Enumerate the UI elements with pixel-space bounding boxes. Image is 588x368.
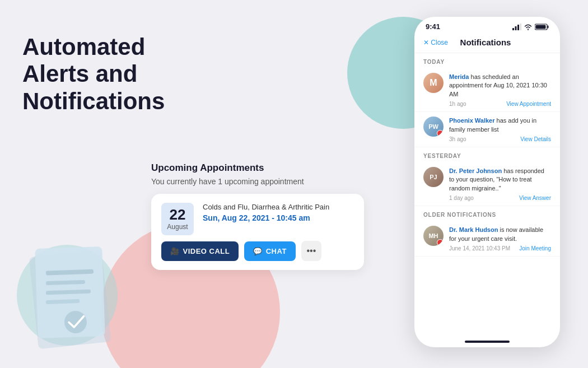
avatar-peter: PJ	[423, 167, 444, 187]
notification-item: MH Dr. Mark Hudson is now available for …	[414, 221, 560, 257]
more-button[interactable]: •••	[301, 241, 321, 261]
appointment-card: 22 August Colds and Flu, Diarrhea & Arth…	[151, 194, 364, 270]
notification-text: Dr. Peter Johnson has responded to your …	[449, 167, 551, 193]
appointment-section: Upcoming Appointments You currently have…	[151, 162, 364, 270]
notification-time: June 14, 2021 10:43 PM	[449, 245, 510, 251]
notification-content: Phoenix Walker has add you in family mem…	[449, 117, 551, 142]
chat-button[interactable]: 💬 CHAT	[244, 241, 296, 261]
video-call-label: VIDEO CALL	[183, 247, 230, 255]
notification-meta: 1h ago View Appointment	[449, 101, 551, 107]
main-title: Automated Alerts and Notifications	[22, 34, 202, 115]
notification-content: Dr. Mark Hudson is now available for you…	[449, 226, 551, 251]
avatar-face: PJ	[423, 167, 444, 187]
appointment-date-number: 22	[165, 207, 190, 222]
svg-rect-12	[548, 25, 549, 28]
notification-text: Phoenix Walker has add you in family mem…	[449, 117, 551, 134]
wifi-icon	[524, 24, 533, 30]
appointment-date-box: 22 August	[161, 203, 194, 235]
notification-meta: June 14, 2021 10:43 PM Join Meeting	[449, 245, 551, 251]
notification-text: Merida has scheduled an appointment for …	[449, 73, 551, 99]
notification-sender: Dr. Mark Hudson	[449, 226, 498, 233]
phone-status-icons	[512, 24, 549, 30]
avatar-face: M	[423, 73, 444, 93]
view-details-link[interactable]: View Details	[520, 136, 551, 142]
join-meeting-link[interactable]: Join Meeting	[519, 245, 551, 251]
appointment-datetime: Sun, Aug 22, 2021 - 10:45 am	[203, 213, 354, 222]
signal-icon	[512, 24, 521, 30]
section-label-older: OLDER NOTIFICATIONS	[414, 206, 560, 221]
section-label-today: TODAY	[414, 53, 560, 68]
doc-illustration	[22, 239, 118, 351]
notification-meta: 1 day ago View Answer	[449, 195, 551, 201]
notification-item: M Merida has scheduled an appointment fo…	[414, 68, 560, 112]
section-label-yesterday: YESTERDAY	[414, 147, 560, 162]
phone-header: ✕ Close Notifications	[414, 34, 560, 53]
battery-icon	[535, 24, 549, 30]
notification-time: 3h ago	[449, 136, 466, 142]
phone-notifications-body: TODAY M Merida has scheduled an appointm…	[414, 53, 560, 333]
appointment-actions: 🎥 VIDEO CALL 💬 CHAT •••	[161, 241, 354, 261]
notification-text: Dr. Mark Hudson is now available for you…	[449, 226, 551, 243]
left-content: Automated Alerts and Notifications	[22, 34, 202, 126]
svg-rect-10	[520, 24, 522, 30]
svg-rect-7	[512, 28, 514, 30]
avatar-merida: M	[423, 73, 444, 93]
phone-home-bar	[465, 341, 510, 343]
svg-rect-8	[515, 26, 517, 30]
appointment-section-subtitle: You currently have 1 upcoming appointmen…	[151, 177, 364, 186]
view-answer-link[interactable]: View Answer	[519, 195, 551, 201]
appointment-date-month: August	[165, 223, 190, 231]
notification-content: Merida has scheduled an appointment for …	[449, 73, 551, 107]
video-icon: 🎥	[170, 247, 180, 255]
appointment-section-title: Upcoming Appointments	[151, 162, 364, 174]
notification-sender: Phoenix Walker	[449, 117, 495, 124]
notification-time: 1 day ago	[449, 195, 474, 201]
notifications-title: Notifications	[460, 38, 511, 47]
svg-rect-9	[517, 25, 519, 30]
avatar-phoenix: PW	[423, 117, 444, 137]
appointment-card-top: 22 August Colds and Flu, Diarrhea & Arth…	[161, 203, 354, 235]
phone-status-bar: 9:41	[414, 17, 560, 34]
video-call-button[interactable]: 🎥 VIDEO CALL	[161, 241, 239, 261]
svg-rect-13	[536, 25, 546, 29]
avatar-mark: MH	[423, 226, 444, 246]
notification-badge	[437, 239, 444, 246]
chat-icon: 💬	[253, 247, 263, 255]
chat-label: CHAT	[266, 247, 287, 255]
notification-sender: Dr. Peter Johnson	[449, 167, 502, 174]
notification-sender: Merida	[449, 73, 469, 80]
view-appointment-link[interactable]: View Appointment	[506, 101, 551, 107]
notification-meta: 3h ago View Details	[449, 136, 551, 142]
phone-time: 9:41	[426, 22, 440, 31]
close-button[interactable]: ✕ Close	[423, 39, 448, 46]
notification-item: PJ Dr. Peter Johnson has responded to yo…	[414, 162, 560, 206]
more-icon: •••	[306, 246, 316, 256]
appointment-condition: Colds and Flu, Diarrhea & Arthritic Pain	[203, 203, 354, 211]
appointment-info: Colds and Flu, Diarrhea & Arthritic Pain…	[203, 203, 354, 223]
phone-mockup: 9:41 ✕ Close Notifications	[414, 17, 560, 347]
notification-item: PW Phoenix Walker has add you in family …	[414, 112, 560, 147]
notification-time: 1h ago	[449, 101, 466, 107]
notification-content: Dr. Peter Johnson has responded to your …	[449, 167, 551, 201]
notification-badge	[437, 130, 444, 137]
